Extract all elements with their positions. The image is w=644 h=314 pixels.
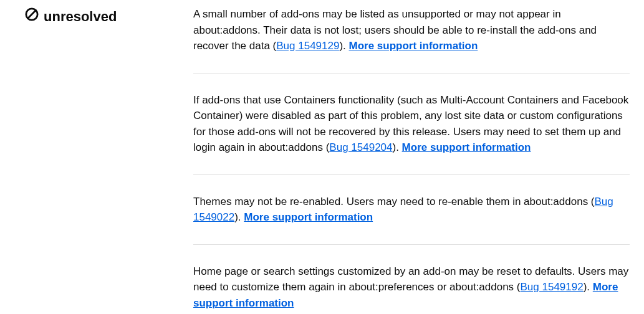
release-note-item: Home page or search settings customized … (193, 264, 630, 315)
svg-line-1 (28, 11, 36, 19)
bug-link[interactable]: Bug 1549204 (329, 141, 392, 153)
more-support-link[interactable]: More support information (244, 211, 373, 223)
bug-link[interactable]: Bug 1549192 (521, 281, 584, 293)
status-unresolved: unresolved (25, 6, 181, 27)
release-note-item: If add-ons that use Containers functiona… (193, 92, 630, 175)
note-text-segment: ). (234, 211, 244, 223)
release-notes-list: A small number of add-ons may be listed … (193, 6, 630, 314)
note-text: A small number of add-ons may be listed … (193, 6, 630, 54)
note-text-segment: Themes may not be re-enabled. Users may … (193, 196, 595, 207)
note-text: Themes may not be re-enabled. Users may … (193, 194, 630, 226)
note-text: If add-ons that use Containers functiona… (193, 92, 630, 156)
sidebar: unresolved (25, 6, 193, 27)
note-text-segment: ). (393, 141, 402, 153)
unresolved-icon (25, 6, 44, 27)
status-label: unresolved (44, 6, 117, 27)
more-support-link[interactable]: More support information (349, 40, 478, 52)
release-note-item: Themes may not be re-enabled. Users may … (193, 194, 630, 245)
note-text-segment: ). (584, 281, 593, 293)
note-text: Home page or search settings customized … (193, 264, 630, 312)
note-text-segment: ). (339, 40, 348, 52)
bug-link[interactable]: Bug 1549129 (276, 40, 339, 52)
more-support-link[interactable]: More support information (402, 141, 531, 153)
release-note-item: A small number of add-ons may be listed … (193, 6, 630, 74)
